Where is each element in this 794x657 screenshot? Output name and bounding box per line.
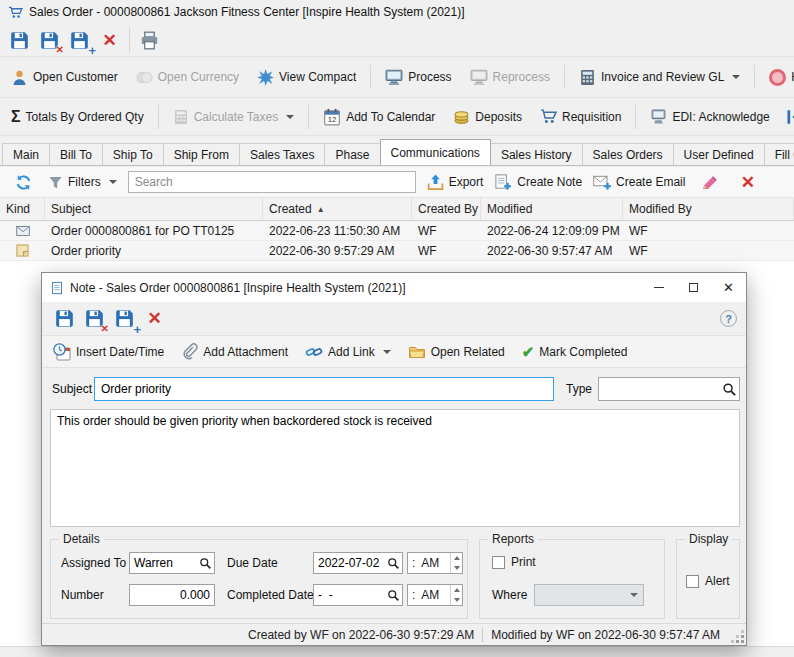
add-link-button[interactable]: Add Link [305, 343, 391, 361]
requisition-button[interactable]: Requisition [533, 104, 628, 129]
subject-input[interactable] [94, 377, 554, 401]
totals-label: Totals By Ordered Qty [26, 110, 144, 124]
close-button[interactable]: ✕ [711, 273, 746, 302]
open-customer-button[interactable]: Open Customer [4, 65, 125, 90]
tab-bill-to[interactable]: Bill To [49, 143, 103, 165]
insert-datetime-label: Insert Date/Time [76, 345, 164, 359]
tab-bar: Main Bill To Ship To Ship From Sales Tax… [0, 140, 794, 166]
create-email-icon [593, 173, 611, 191]
window-titlebar: Sales Order - 0000800861 Jackson Fitness… [0, 0, 794, 24]
filters-button[interactable]: Filters [48, 175, 117, 190]
tab-sales-orders[interactable]: Sales Orders [582, 143, 674, 165]
tab-ship-to[interactable]: Ship To [102, 143, 164, 165]
tab-main[interactable]: Main [2, 143, 50, 165]
invoice-review-gl-button[interactable]: Invoice and Review GL [572, 65, 747, 90]
link-icon [305, 343, 323, 361]
column-header-modified-by[interactable]: Modified By [623, 198, 794, 220]
column-header-subject[interactable]: Subject [45, 198, 263, 220]
number-input[interactable] [130, 588, 214, 602]
totals-by-ordered-qty-button[interactable]: Σ Totals By Ordered Qty [4, 104, 151, 130]
create-note-button[interactable]: Create Note [494, 173, 582, 191]
dialog-save-new-button[interactable]: + [111, 306, 138, 332]
save-close-button[interactable]: ✕ [36, 27, 63, 53]
alert-label: Alert [705, 574, 730, 588]
number-label: Number [61, 584, 104, 606]
create-email-button[interactable]: Create Email [593, 173, 685, 191]
tab-phase[interactable]: Phase [324, 143, 380, 165]
mark-completed-button[interactable]: ✔ Mark Completed [522, 343, 628, 361]
cell-created-by: WF [412, 241, 481, 260]
assigned-to-search-icon[interactable] [197, 557, 214, 570]
refresh-button[interactable] [10, 169, 37, 195]
table-row[interactable]: Order priority 2022-06-30 9:57:29 AM WF … [0, 241, 794, 261]
add-attachment-button[interactable]: Add Attachment [181, 343, 288, 360]
due-date-lookup [313, 552, 403, 574]
delete-order-button[interactable]: ✕ [96, 27, 123, 53]
print-checkbox-row: Print [492, 555, 536, 569]
help-button[interactable]: ? [720, 310, 737, 327]
dialog-save-close-button[interactable]: ✕ [81, 306, 108, 332]
assigned-to-input[interactable] [130, 556, 197, 570]
deposits-button[interactable]: Deposits [446, 104, 529, 129]
minimize-icon [654, 287, 664, 288]
pencil-icon [701, 174, 718, 191]
completed-time-spinner[interactable] [450, 585, 462, 605]
reprocess-label: Reprocess [493, 70, 550, 84]
subject-label: Subject [52, 377, 92, 401]
alert-checkbox[interactable] [686, 575, 699, 588]
note-body-textarea[interactable]: This order should be given priority when… [50, 409, 740, 527]
completed-date-input[interactable] [314, 588, 385, 602]
due-date-input[interactable] [314, 556, 385, 570]
dialog-save-button[interactable] [51, 306, 78, 332]
edi-acknowledge-button[interactable]: EDI: Acknowledge [643, 104, 776, 129]
completed-time-value[interactable]: : AM [408, 585, 450, 605]
due-time-value[interactable]: : AM [408, 553, 450, 573]
print-button[interactable] [136, 27, 163, 53]
tab-ship-from[interactable]: Ship From [163, 143, 240, 165]
reprocess-icon [470, 68, 488, 86]
type-search-icon[interactable] [719, 382, 739, 397]
details-legend: Details [59, 532, 104, 546]
tab-user-defined[interactable]: User Defined [673, 143, 765, 165]
process-button[interactable]: Process [378, 64, 458, 90]
due-time-spinner[interactable] [450, 553, 462, 573]
sigma-icon: Σ [11, 108, 21, 126]
edit-note-button[interactable] [696, 169, 723, 195]
window-title: Sales Order - 0000800861 Jackson Fitness… [29, 5, 465, 19]
tab-fill-order[interactable]: Fill Order [764, 143, 794, 165]
add-to-calendar-button[interactable]: 12 Add To Calendar [316, 104, 442, 130]
table-row[interactable]: Order 0000800861 for PO TT0125 2022-06-2… [0, 221, 794, 241]
search-input[interactable] [128, 171, 416, 193]
column-header-created[interactable]: Created▲ [263, 198, 412, 220]
tab-communications[interactable]: Communications [380, 139, 491, 165]
type-label: Type [566, 377, 592, 401]
type-input[interactable] [599, 382, 719, 396]
first-record-button[interactable] [781, 104, 794, 130]
edi-terminal-icon [650, 108, 667, 125]
insert-datetime-button[interactable]: Insert Date/Time [53, 343, 164, 361]
view-compact-button[interactable]: View Compact [250, 65, 363, 90]
delete-note-button[interactable]: ✕ [734, 169, 761, 195]
save-button[interactable] [6, 27, 33, 53]
tab-sales-taxes[interactable]: Sales Taxes [239, 143, 325, 165]
deposits-label: Deposits [475, 110, 522, 124]
column-header-created-by[interactable]: Created By [412, 198, 481, 220]
delete-icon: ✕ [741, 174, 755, 191]
print-checkbox[interactable] [492, 556, 505, 569]
save-new-button[interactable]: + [66, 27, 93, 53]
reprocess-button: Reprocess [463, 64, 557, 90]
open-related-button[interactable]: Open Related [408, 343, 505, 361]
export-button[interactable]: Export [427, 174, 484, 191]
hold-button[interactable]: Hold [762, 65, 794, 90]
column-header-modified[interactable]: Modified [481, 198, 623, 220]
completed-date-search-icon[interactable] [385, 589, 402, 602]
tab-sales-history[interactable]: Sales History [490, 143, 583, 165]
due-date-search-icon[interactable] [385, 557, 402, 570]
order-toolbar: Σ Totals By Ordered Qty Calculate Taxes … [0, 98, 794, 136]
resize-grip[interactable] [741, 640, 744, 643]
column-header-kind[interactable]: Kind [0, 198, 45, 220]
dialog-delete-button[interactable]: ✕ [141, 306, 168, 332]
create-note-label: Create Note [517, 175, 582, 189]
minimize-button[interactable] [641, 273, 676, 302]
maximize-button[interactable] [676, 273, 711, 302]
